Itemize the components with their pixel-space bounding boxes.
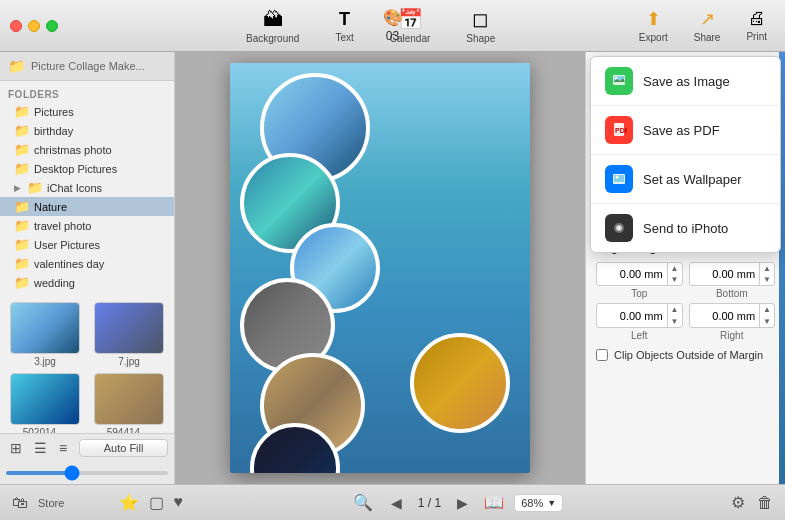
zoom-selector[interactable]: 68% ▼ [514, 494, 563, 512]
bottom-right: ⚙ 🗑 [729, 491, 775, 514]
store-button[interactable]: 🛍 [10, 492, 30, 514]
save-image-icon [605, 67, 633, 95]
save-as-image-item[interactable]: Save as Image [591, 57, 780, 106]
next-page-button[interactable]: ▶ [451, 493, 474, 513]
thumbnails-grid: 3.jpg 7.jpg 502014.... 594414.... [0, 296, 174, 433]
sidebar-item-travel[interactable]: 📁 travel photo [0, 216, 174, 235]
margin-right-input-wrap: ▲ ▼ [689, 303, 776, 327]
margin-top-input[interactable] [597, 266, 667, 282]
shape-label: Shape [466, 33, 495, 44]
traffic-lights [0, 20, 58, 32]
clip-checkbox[interactable] [596, 349, 608, 361]
sidebar-item-birthday[interactable]: 📁 birthday [0, 121, 174, 140]
folder-blue-icon: 📁 [27, 180, 43, 195]
export-label: Export [639, 32, 668, 43]
trash-button[interactable]: 🗑 [755, 492, 775, 514]
margin-top-stepper: ▲ ▼ [667, 263, 682, 285]
folder-blue-icon: 📁 [14, 142, 30, 157]
share-label: Share [694, 32, 721, 43]
view-controls: ⊞ ☰ ≡ Auto Fill [6, 438, 168, 458]
background-icon: 🏔 [263, 8, 283, 31]
set-wallpaper-item[interactable]: Set as Wallpaper [591, 155, 780, 204]
margin-bottom-input[interactable] [690, 266, 760, 282]
toolbar: 🏔 Background T Text 📅 Calendar ◻ Shape [238, 3, 503, 48]
text-label: Text [335, 32, 353, 43]
margin-top-up[interactable]: ▲ [668, 263, 682, 274]
toolbar-text[interactable]: T Text [327, 5, 361, 47]
folder-label: valentines day [34, 258, 104, 270]
sidebar-item-valentines[interactable]: 📁 valentines day [0, 254, 174, 273]
margin-bottom-up[interactable]: ▲ [760, 263, 774, 274]
folder-icon: 📁 [8, 58, 25, 74]
list-view-button[interactable]: ☰ [30, 438, 51, 458]
toolbar-background[interactable]: 🏔 Background [238, 4, 307, 48]
collage-canvas [230, 63, 530, 473]
toolbar-shape[interactable]: ◻ Shape [458, 3, 503, 48]
autofill-button[interactable]: Auto Fill [79, 439, 168, 457]
prev-page-button[interactable]: ◀ [385, 493, 408, 513]
sidebar-item-desktop[interactable]: 📁 Desktop Pictures [0, 159, 174, 178]
margin-left-down[interactable]: ▼ [668, 316, 682, 327]
star-icon[interactable]: ⭐ [117, 491, 141, 514]
folder-label: Pictures [34, 106, 74, 118]
margin-right-up[interactable]: ▲ [760, 304, 774, 315]
folder-label: iChat Icons [47, 182, 102, 194]
thumbnail-item[interactable]: 3.jpg [6, 302, 84, 367]
size-slider[interactable] [6, 471, 168, 475]
folder-label: travel photo [34, 220, 91, 232]
margin-left-label: Left [631, 330, 648, 341]
folder-blue-icon: 📁 [14, 256, 30, 271]
sidebar-item-user-pictures[interactable]: 📁 User Pictures [0, 235, 174, 254]
sidebar-item-christmas[interactable]: 📁 christmas photo [0, 140, 174, 159]
wallpaper-icon [605, 165, 633, 193]
export-button[interactable]: ⬆ Export [631, 4, 676, 47]
clip-checkbox-row: Clip Objects Outside of Margin [596, 349, 775, 361]
sidebar-item-nature[interactable]: 📁 Nature [0, 197, 174, 216]
save-as-pdf-item[interactable]: PDF Save as PDF [591, 106, 780, 155]
export-dropdown: Save as Image PDF Save as PDF [590, 56, 781, 253]
square-icon[interactable]: ▢ [147, 491, 166, 514]
thumbnail-image [94, 302, 164, 354]
margin-right-stepper: ▲ ▼ [759, 304, 774, 326]
iphoto-label: Send to iPhoto [643, 221, 728, 236]
sidebar-item-pictures[interactable]: 📁 Pictures [0, 102, 174, 121]
margin-top-input-wrap: ▲ ▼ [596, 262, 683, 286]
wallpaper-label: Set as Wallpaper [643, 172, 742, 187]
heart-icon[interactable]: ♥ [172, 491, 186, 514]
margin-top-down[interactable]: ▼ [668, 274, 682, 285]
folder-blue-icon: 📁 [14, 123, 30, 138]
margin-right-down[interactable]: ▼ [760, 316, 774, 327]
margin-left-up[interactable]: ▲ [668, 304, 682, 315]
print-button[interactable]: 🖨 Print [738, 4, 775, 47]
bottom-bar: 🛍 Store ⭐ ▢ ♥ 🔍 ◀ 1 / 1 ▶ 📖 68% ▼ ⚙ 🗑 [0, 484, 785, 520]
sidebar-bottom: ⊞ ☰ ≡ Auto Fill [0, 433, 174, 484]
folder-blue-icon: 📁 [14, 275, 30, 290]
minimize-button[interactable] [28, 20, 40, 32]
page-info: 1 / 1 [418, 496, 441, 510]
search-button[interactable]: 🔍 [351, 491, 375, 514]
sidebar-item-ichat[interactable]: ▶ 📁 iChat Icons [0, 178, 174, 197]
margin-bottom-stepper: ▲ ▼ [759, 263, 774, 285]
close-button[interactable] [10, 20, 22, 32]
thumbnail-item[interactable]: 502014.... [6, 373, 84, 433]
print-label: Print [746, 31, 767, 42]
detail-view-button[interactable]: ≡ [55, 438, 71, 458]
thumbnail-image [10, 373, 80, 425]
margin-right-input[interactable] [690, 308, 760, 324]
canvas-area[interactable] [175, 52, 585, 484]
send-to-iphoto-item[interactable]: Send to iPhoto [591, 204, 780, 252]
thumbnail-item[interactable]: 594414.... [90, 373, 168, 433]
margin-left-group: ▲ ▼ Left [596, 303, 683, 340]
margin-bottom-down[interactable]: ▼ [760, 274, 774, 285]
fullscreen-button[interactable] [46, 20, 58, 32]
share-button[interactable]: ↗ Share [686, 4, 729, 47]
thumbnail-item[interactable]: 7.jpg [90, 302, 168, 367]
sidebar-item-wedding[interactable]: 📁 wedding [0, 273, 174, 292]
settings-button[interactable]: ⚙ [729, 491, 747, 514]
sidebar-breadcrumb: Picture Collage Make... [31, 60, 145, 72]
margin-left-input[interactable] [597, 308, 667, 324]
margin-left-input-wrap: ▲ ▼ [596, 303, 683, 327]
toolbar-right: ⬆ Export ↗ Share 🖨 Print [631, 4, 775, 47]
grid-view-button[interactable]: ⊞ [6, 438, 26, 458]
book-view-button[interactable]: 📖 [484, 493, 504, 512]
